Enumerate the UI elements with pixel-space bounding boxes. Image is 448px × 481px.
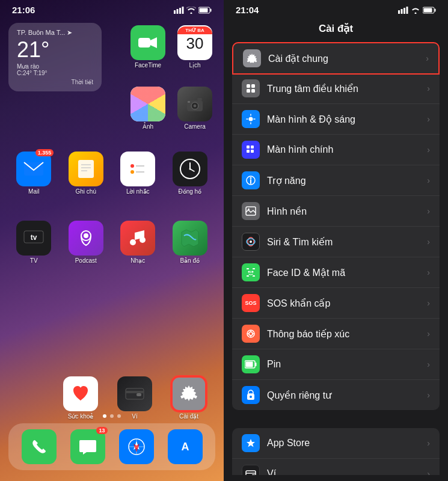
app-mail[interactable]: 1.355 Mail bbox=[10, 152, 58, 195]
thong-bao-icon bbox=[242, 325, 260, 343]
status-icons-left bbox=[174, 7, 212, 14]
svg-rect-2 bbox=[179, 8, 181, 14]
quyen-rieng-tu-text: Quyền riêng tư bbox=[267, 390, 427, 401]
app-camera[interactable]: Camera bbox=[174, 87, 215, 130]
app-anh[interactable]: Ảnh bbox=[127, 87, 168, 130]
settings-item-tro-nang[interactable]: Trợ năng › bbox=[232, 165, 440, 196]
weather-temp: 21° bbox=[17, 38, 93, 62]
dock-phone[interactable] bbox=[22, 429, 57, 464]
app-loi-nhac[interactable]: Lời nhắc bbox=[114, 152, 162, 195]
cai-dat-chung-icon bbox=[243, 49, 261, 67]
thong-bao-chevron: › bbox=[427, 329, 430, 339]
suc-khoe-label: Sức khoẻ bbox=[68, 413, 94, 420]
svg-rect-36 bbox=[137, 393, 141, 396]
svg-point-32 bbox=[130, 239, 136, 245]
settings-item-cai-dat-chung[interactable]: Cài đặt chung › bbox=[232, 42, 440, 75]
app-ghi-chu[interactable]: Ghi chú bbox=[62, 152, 111, 195]
wifi-icon bbox=[186, 7, 196, 14]
settings-list: Cài đặt chung › Trung tâm điều khiển › M… bbox=[224, 42, 448, 475]
wifi-icon-right bbox=[411, 7, 420, 14]
svg-point-12 bbox=[194, 105, 197, 108]
dock-appstore[interactable]: A bbox=[168, 429, 203, 464]
svg-point-83 bbox=[249, 332, 253, 335]
settings-item-man-hinh-chinh[interactable]: Màn hình chính › bbox=[232, 135, 440, 165]
app-lich[interactable]: THỨ BA 30 Lịch bbox=[174, 25, 215, 69]
app-suc-khoe[interactable]: Sức khoẻ bbox=[55, 376, 106, 420]
app-vi-bottom[interactable]: Ví bbox=[109, 376, 160, 420]
svg-rect-46 bbox=[401, 9, 403, 14]
svg-rect-78 bbox=[253, 275, 255, 277]
hinh-nen-text: Hình nền bbox=[267, 206, 427, 217]
dock-messages[interactable]: 13 bbox=[70, 429, 105, 464]
svg-rect-89 bbox=[256, 363, 257, 366]
man-hinh-do-sang-text: Màn hình & Độ sáng bbox=[267, 114, 427, 125]
man-hinh-chinh-icon bbox=[242, 141, 260, 159]
dock-safari[interactable] bbox=[119, 429, 154, 464]
svg-rect-50 bbox=[435, 8, 436, 11]
svg-rect-1 bbox=[177, 9, 179, 14]
face-id-chevron: › bbox=[427, 268, 430, 277]
app-store-icon bbox=[242, 434, 260, 452]
hinh-nen-chevron: › bbox=[427, 206, 430, 216]
man-hinh-chinh-chevron: › bbox=[427, 145, 430, 155]
svg-rect-62 bbox=[247, 146, 250, 149]
weather-desc: Mưa rào bbox=[17, 63, 93, 70]
weather-location: TP. Buôn Ma T... ➤ bbox=[17, 29, 93, 37]
anh-label: Ảnh bbox=[143, 123, 153, 130]
settings-item-hinh-nen[interactable]: Hình nền › bbox=[232, 196, 440, 227]
settings-item-vi[interactable]: Ví › bbox=[232, 459, 440, 475]
svg-rect-13 bbox=[197, 98, 202, 100]
ban-do-label: Bản đồ bbox=[180, 257, 200, 264]
dock: 13 A bbox=[8, 423, 215, 470]
siri-text: Siri & Tìm kiếm bbox=[267, 236, 427, 248]
settings-item-face-id[interactable]: Face ID & Mật mã › bbox=[232, 257, 440, 288]
face-id-icon bbox=[242, 263, 260, 281]
settings-item-sos[interactable]: SOS SOS khẩn cấp › bbox=[232, 288, 440, 319]
svg-text:tv: tv bbox=[31, 233, 37, 242]
settings-item-pin[interactable]: Pin › bbox=[232, 349, 440, 380]
sos-icon: SOS bbox=[242, 294, 260, 312]
svg-rect-53 bbox=[247, 84, 250, 88]
settings-item-siri[interactable]: Siri & Tìm kiếm › bbox=[232, 227, 440, 257]
pin-icon bbox=[242, 355, 260, 373]
app-nhac[interactable]: Nhạc bbox=[114, 221, 162, 264]
hinh-nen-icon bbox=[242, 202, 260, 220]
svg-point-20 bbox=[130, 164, 134, 168]
quyen-rieng-tu-icon bbox=[242, 386, 260, 404]
svg-rect-51 bbox=[424, 8, 432, 12]
trung-tam-text: Trung tâm điều khiển bbox=[267, 83, 427, 94]
svg-rect-90 bbox=[246, 362, 253, 367]
battery-icon bbox=[198, 7, 212, 14]
settings-item-quyen-rieng-tu[interactable]: Quyền riêng tư › bbox=[232, 380, 440, 410]
weather-label: Thời tiết bbox=[17, 79, 93, 85]
weather-widget[interactable]: TP. Buôn Ma T... ➤ 21° Mưa rào C:24° T:1… bbox=[8, 23, 102, 91]
camera-label: Camera bbox=[184, 123, 206, 130]
nhac-label: Nhạc bbox=[130, 257, 145, 264]
app-cai-dat[interactable]: Cài đặt bbox=[164, 376, 214, 420]
trung-tam-icon bbox=[242, 79, 260, 97]
svg-rect-45 bbox=[398, 10, 400, 14]
vi-bottom-label: Ví bbox=[132, 413, 137, 420]
app-podcast[interactable]: Podcast bbox=[62, 221, 111, 264]
face-id-text: Face ID & Mật mã bbox=[267, 267, 427, 278]
app-ban-do[interactable]: Bản đồ bbox=[166, 221, 215, 264]
tro-nang-text: Trợ năng bbox=[267, 175, 427, 186]
svg-point-31 bbox=[84, 233, 88, 238]
settings-item-man-hinh-do-sang[interactable]: Màn hình & Độ sáng › bbox=[232, 104, 440, 135]
settings-item-trung-tam[interactable]: Trung tâm điều khiển › bbox=[232, 73, 440, 104]
facetime-label: FaceTime bbox=[135, 62, 161, 69]
pin-text: Pin bbox=[267, 359, 427, 370]
app-facetime[interactable]: FaceTime bbox=[127, 25, 168, 69]
svg-rect-6 bbox=[200, 8, 208, 12]
pin-chevron: › bbox=[427, 360, 430, 369]
svg-rect-3 bbox=[182, 7, 184, 14]
settings-item-thong-bao[interactable]: Thông báo tiếp xúc › bbox=[232, 319, 440, 349]
signal-icon bbox=[174, 7, 184, 14]
tro-nang-chevron: › bbox=[427, 176, 430, 185]
weather-range: C:24° T:19° bbox=[17, 70, 93, 76]
svg-point-79 bbox=[248, 271, 250, 273]
app-tv[interactable]: tv TV bbox=[10, 221, 58, 264]
settings-item-app-store[interactable]: App Store › bbox=[232, 428, 440, 459]
app-dong-ho[interactable]: Đồng hồ bbox=[166, 152, 215, 195]
cai-dat-chung-chevron: › bbox=[426, 54, 429, 63]
